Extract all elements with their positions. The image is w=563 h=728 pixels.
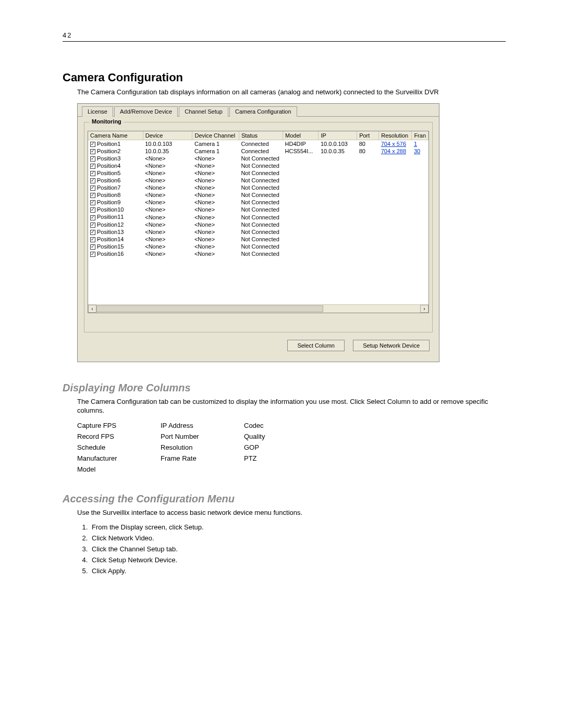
table-row[interactable]: Position12<None><None>Not Connected bbox=[88, 221, 429, 228]
column-option: IP Address bbox=[161, 422, 244, 429]
row-checkbox-icon[interactable] bbox=[90, 142, 95, 147]
column-header[interactable]: Model bbox=[283, 131, 319, 140]
step-item: Click Setup Network Device. bbox=[90, 556, 506, 564]
column-header[interactable]: Resolution bbox=[379, 131, 412, 140]
table-row[interactable]: Position4<None><None>Not Connected bbox=[88, 162, 429, 169]
column-header[interactable]: Fran bbox=[412, 131, 429, 140]
row-checkbox-icon[interactable] bbox=[90, 156, 95, 162]
page-number: 42 bbox=[63, 31, 506, 42]
table-row[interactable]: Position7<None><None>Not Connected bbox=[88, 184, 429, 191]
monitoring-groupbox: Monitoring Camera NameDeviceDevice Chann… bbox=[84, 122, 433, 332]
column-header[interactable]: Port bbox=[357, 131, 379, 140]
row-checkbox-icon[interactable] bbox=[90, 171, 95, 176]
column-option: Resolution bbox=[161, 443, 244, 451]
row-checkbox-icon[interactable] bbox=[90, 149, 95, 154]
table-row[interactable]: Position11<None><None>Not Connected bbox=[88, 213, 429, 220]
scroll-track[interactable] bbox=[96, 305, 420, 313]
column-header[interactable]: Device Channel bbox=[192, 131, 239, 140]
row-checkbox-icon[interactable] bbox=[90, 215, 95, 220]
column-option: Record FPS bbox=[77, 433, 161, 440]
heading-accessing-config-menu: Accessing the Configuration Menu bbox=[63, 493, 506, 505]
step-item: Click Network Video. bbox=[90, 534, 506, 542]
table-row[interactable]: Position5<None><None>Not Connected bbox=[88, 169, 429, 177]
row-checkbox-icon[interactable] bbox=[90, 193, 95, 198]
scroll-thumb[interactable] bbox=[96, 305, 323, 312]
table-row[interactable]: Position6<None><None>Not Connected bbox=[88, 177, 429, 184]
column-option: Manufacturer bbox=[77, 454, 161, 462]
display-more-paragraph: The Camera Configuration tab can be cust… bbox=[77, 397, 506, 415]
table-row[interactable]: Position3<None><None>Not Connected bbox=[88, 155, 429, 162]
tabstrip: LicenseAdd/Remove DeviceChannel SetupCam… bbox=[78, 104, 439, 116]
row-checkbox-icon[interactable] bbox=[90, 237, 95, 242]
table-row[interactable]: Position9<None><None>Not Connected bbox=[88, 199, 429, 206]
tab-camera-configuration[interactable]: Camera Configuration bbox=[229, 106, 297, 117]
select-column-button[interactable]: Select Column bbox=[287, 340, 345, 351]
column-header[interactable]: Status bbox=[239, 131, 283, 140]
row-checkbox-icon[interactable] bbox=[90, 252, 95, 257]
tab-channel-setup[interactable]: Channel Setup bbox=[179, 106, 228, 117]
scroll-right-icon[interactable]: › bbox=[420, 305, 429, 313]
column-option: Schedule bbox=[77, 443, 161, 451]
column-option: GOP bbox=[244, 443, 327, 451]
row-checkbox-icon[interactable] bbox=[90, 230, 95, 235]
heading-displaying-more-columns: Displaying More Columns bbox=[63, 382, 506, 394]
table-row[interactable]: Position13<None><None>Not Connected bbox=[88, 228, 429, 236]
step-item: Click Apply. bbox=[90, 567, 506, 575]
column-option: Model bbox=[77, 465, 161, 473]
row-checkbox-icon[interactable] bbox=[90, 200, 95, 205]
step-item: Click the Channel Setup tab. bbox=[90, 545, 506, 553]
camera-grid[interactable]: Camera NameDeviceDevice ChannelStatusMod… bbox=[88, 131, 429, 313]
column-option: Capture FPS bbox=[77, 422, 161, 429]
setup-network-device-button[interactable]: Setup Network Device bbox=[353, 340, 430, 351]
table-row[interactable]: Position110.0.0.103Camera 1ConnectedHD4D… bbox=[88, 140, 429, 147]
column-option bbox=[244, 465, 327, 473]
access-menu-paragraph: Use the Surveillix interface to access b… bbox=[77, 508, 506, 517]
column-header[interactable]: Camera Name bbox=[88, 131, 143, 140]
row-checkbox-icon[interactable] bbox=[90, 186, 95, 191]
column-header[interactable]: Device bbox=[143, 131, 192, 140]
groupbox-label: Monitoring bbox=[90, 118, 124, 125]
scroll-left-icon[interactable]: ‹ bbox=[88, 305, 96, 313]
row-checkbox-icon[interactable] bbox=[90, 178, 95, 183]
column-option: Frame Rate bbox=[161, 454, 244, 462]
table-row[interactable]: Position15<None><None>Not Connected bbox=[88, 243, 429, 250]
table-row[interactable]: Position8<None><None>Not Connected bbox=[88, 191, 429, 199]
horizontal-scrollbar[interactable]: ‹ › bbox=[88, 304, 429, 313]
row-checkbox-icon[interactable] bbox=[90, 223, 95, 228]
row-checkbox-icon[interactable] bbox=[90, 244, 95, 250]
steps-list: From the Display screen, click Setup.Cli… bbox=[90, 523, 506, 575]
tab-add-remove-device[interactable]: Add/Remove Device bbox=[114, 106, 178, 117]
column-option: Quality bbox=[244, 433, 327, 440]
intro-paragraph: The Camera Configuration tab displays in… bbox=[77, 88, 506, 97]
table-row[interactable]: Position210.0.0.35Camera 1ConnectedHCS55… bbox=[88, 147, 429, 155]
heading-camera-configuration: Camera Configuration bbox=[63, 71, 506, 84]
camera-config-panel: LicenseAdd/Remove DeviceChannel SetupCam… bbox=[77, 103, 439, 362]
table-row[interactable]: Position14<None><None>Not Connected bbox=[88, 236, 429, 243]
row-checkbox-icon[interactable] bbox=[90, 164, 95, 169]
column-option: Codec bbox=[244, 422, 327, 429]
column-header[interactable]: IP bbox=[319, 131, 357, 140]
tab-license[interactable]: License bbox=[82, 106, 113, 117]
column-option: Port Number bbox=[161, 433, 244, 440]
table-row[interactable]: Position16<None><None>Not Connected bbox=[88, 250, 429, 257]
table-row[interactable]: Position10<None><None>Not Connected bbox=[88, 206, 429, 213]
column-option bbox=[161, 465, 244, 473]
column-option: PTZ bbox=[244, 454, 327, 462]
row-checkbox-icon[interactable] bbox=[90, 207, 95, 213]
column-options-list: Capture FPSIP AddressCodecRecord FPSPort… bbox=[77, 422, 506, 473]
step-item: From the Display screen, click Setup. bbox=[90, 523, 506, 531]
